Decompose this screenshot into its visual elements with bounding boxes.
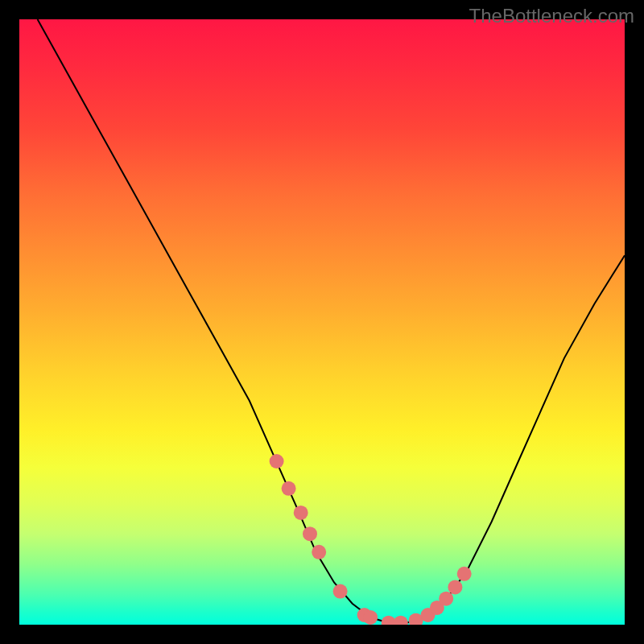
marker-dot xyxy=(294,506,308,520)
marker-dot xyxy=(282,481,296,496)
plot-area xyxy=(19,19,625,625)
marker-dot xyxy=(333,584,348,599)
marker-dot xyxy=(439,592,453,606)
marker-dot xyxy=(457,567,472,581)
marker-dot xyxy=(270,454,284,469)
marker-dot xyxy=(448,580,462,594)
marker-dot xyxy=(303,526,317,541)
marker-dots xyxy=(19,19,625,625)
marker-dot xyxy=(312,545,326,559)
marker-dot xyxy=(363,610,378,625)
marker-dot xyxy=(394,616,408,625)
watermark-label: TheBottleneck.com xyxy=(469,5,634,27)
